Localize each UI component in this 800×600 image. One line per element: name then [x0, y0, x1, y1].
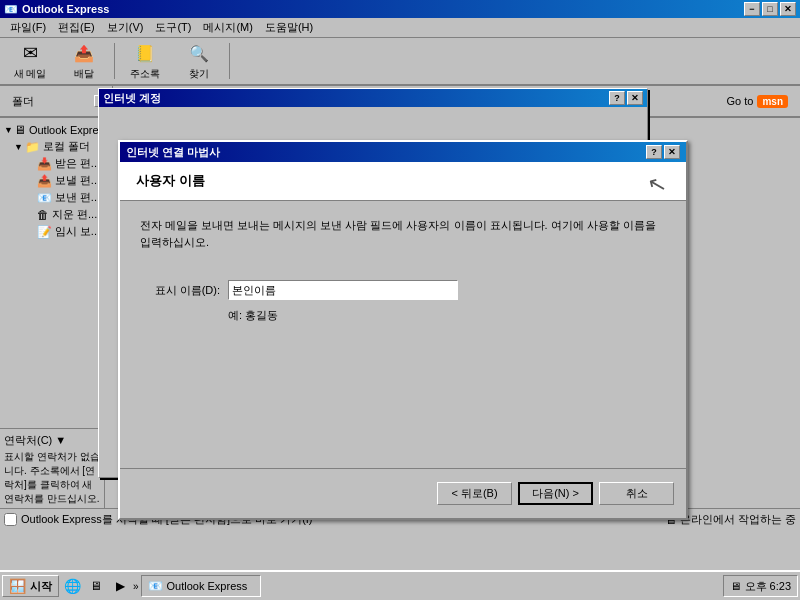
internet-account-close-btn[interactable]: ✕ [627, 91, 643, 105]
wizard-help-btn[interactable]: ? [646, 145, 662, 159]
wizard-header-title: 사용자 이름 [136, 172, 670, 190]
wizard-title: 인터넷 연결 마법사 [126, 145, 220, 160]
tree-item-draft[interactable]: 📝 임시 보... [2, 223, 102, 240]
tree-item-root[interactable]: ▼ 🖥 Outlook Expre... [2, 122, 102, 138]
start-button[interactable]: 🪟 시작 [2, 575, 59, 597]
goto-section: Go to msn [727, 95, 788, 108]
form-row: 표시 이름(D): [140, 280, 666, 300]
sidebar: ▼ 🖥 Outlook Expre... ▼ 📁 로컬 폴더 📥 받은 편... [0, 118, 105, 508]
menu-tools[interactable]: 도구(T) [149, 18, 197, 37]
contacts-description: 표시할 연락처가 없습니다. 주소록에서 [연락처]를 클릭하여 새 연락처를 … [4, 450, 100, 506]
toolbar: ✉ 새 메일 📤 배달 📒 주소록 🔍 찾기 [0, 38, 800, 86]
app-label: Outlook Express [167, 580, 248, 592]
tree-item-outgoing[interactable]: 📤 보낼 편... [2, 172, 102, 189]
tree-item-local[interactable]: ▼ 📁 로컬 폴더 [2, 138, 102, 155]
taskbar-tray: 🖥 오후 6:23 [723, 575, 798, 597]
tree-item-sent[interactable]: 📧 보낸 편... [2, 189, 102, 206]
contacts-area: 연락처(C) ▼ 표시할 연락처가 없습니다. 주소록에서 [연락처]를 클릭하… [0, 428, 104, 508]
wizard-body: 사용자 이름 ↖ 전자 메일을 보내면 보내는 메시지의 보낸 사람 필드에 사… [120, 162, 686, 518]
close-btn[interactable]: ✕ [780, 2, 796, 16]
expand-icon-local: ▼ [14, 142, 24, 152]
find-label: 찾기 [189, 67, 209, 81]
outgoing-label: 보낼 편... [55, 173, 100, 188]
online-label: 온라인에서 작업하는 중 [680, 512, 796, 527]
start-icon: 🪟 [9, 578, 26, 594]
menu-edit[interactable]: 편집(E) [52, 18, 101, 37]
tree-area: ▼ 🖥 Outlook Expre... ▼ 📁 로컬 폴더 📥 받은 편... [0, 118, 104, 428]
goto-label: Go to [727, 95, 754, 107]
maximize-btn[interactable]: □ [762, 2, 778, 16]
new-mail-icon: ✉ [18, 41, 42, 65]
msn-btn[interactable]: msn [757, 95, 788, 108]
network-icon: 🖥 [730, 580, 741, 592]
menu-view[interactable]: 보기(V) [101, 18, 150, 37]
cancel-btn[interactable]: 취소 [599, 482, 674, 505]
internet-account-titlebar: 인터넷 계정 ? ✕ [99, 89, 647, 107]
quick-launch-ie[interactable]: 🌐 [61, 575, 83, 597]
menu-file[interactable]: 파일(F) [4, 18, 52, 37]
internet-account-title: 인터넷 계정 [103, 91, 161, 106]
addressbook-label: 주소록 [130, 67, 160, 81]
taskbar: 🪟 시작 🌐 🖥 ▶ » 📧 Outlook Express 🖥 오후 6:23 [0, 570, 800, 600]
window-title: Outlook Express [22, 3, 109, 15]
deleted-label: 지운 편... [52, 207, 97, 222]
menu-message[interactable]: 메시지(M) [197, 18, 259, 37]
new-mail-label: 새 메일 [14, 67, 47, 81]
draft-label: 임시 보... [55, 224, 100, 239]
reply-label: 배달 [74, 67, 94, 81]
root-label: Outlook Expre... [29, 124, 104, 136]
internet-account-help-btn[interactable]: ? [609, 91, 625, 105]
menu-bar: 파일(F) 편집(E) 보기(V) 도구(T) 메시지(M) 도움말(H) [0, 18, 800, 38]
title-bar: 📧 Outlook Express − □ ✕ [0, 0, 800, 18]
draft-icon: 📝 [37, 225, 52, 239]
wizard-description: 전자 메일을 보내면 보내는 메시지의 보낸 사람 필드에 사용자의 이름이 표… [140, 217, 666, 250]
find-icon: 🔍 [187, 41, 211, 65]
form-example: 예: 홍길동 [228, 308, 666, 323]
outgoing-icon: 📤 [37, 174, 52, 188]
menu-help[interactable]: 도움말(H) [259, 18, 319, 37]
main-window: 📧 Outlook Express − □ ✕ 파일(F) 편집(E) 보기(V… [0, 0, 800, 600]
inbox-label: 받은 편... [55, 156, 100, 171]
startup-checkbox-input[interactable] [4, 513, 17, 526]
form-label: 표시 이름(D): [140, 283, 220, 298]
toolbar-separator-2 [229, 43, 230, 79]
deleted-icon: 🗑 [37, 208, 49, 222]
quick-launch-media[interactable]: ▶ [109, 575, 131, 597]
quick-launch-arrow[interactable]: » [133, 581, 139, 592]
find-btn[interactable]: 🔍 찾기 [173, 39, 225, 83]
next-btn[interactable]: 다음(N) > [518, 482, 593, 505]
local-label: 로컬 폴더 [43, 139, 90, 154]
minimize-btn[interactable]: − [744, 2, 760, 16]
wizard-dialog: 인터넷 연결 마법사 ? ✕ 사용자 이름 ↖ 전자 메일을 보내면 보내는 메… [118, 140, 688, 520]
wizard-content: 전자 메일을 보내면 보내는 메시지의 보낸 사람 필드에 사용자의 이름이 표… [120, 201, 686, 468]
contacts-header[interactable]: 연락처(C) ▼ [4, 433, 100, 448]
root-icon: 🖥 [14, 123, 26, 137]
title-icon: 📧 [4, 2, 18, 16]
sent-label: 보낸 편... [55, 190, 100, 205]
toolbar-separator-1 [114, 43, 115, 79]
clock: 오후 6:23 [745, 579, 791, 594]
wizard-titlebar: 인터넷 연결 마법사 ? ✕ [120, 142, 686, 162]
back-btn[interactable]: < 뒤로(B) [437, 482, 512, 505]
folder-label: 폴더 [12, 94, 34, 109]
expand-icon-root: ▼ [4, 125, 13, 135]
addressbook-icon: 📒 [133, 41, 157, 65]
tree-item-deleted[interactable]: 🗑 지운 편... [2, 206, 102, 223]
sent-icon: 📧 [37, 191, 52, 205]
wizard-footer: < 뒤로(B) 다음(N) > 취소 [120, 468, 686, 518]
tree-item-inbox[interactable]: 📥 받은 편... [2, 155, 102, 172]
reply-icon: 📤 [72, 41, 96, 65]
inbox-icon: 📥 [37, 157, 52, 171]
app-icon: 📧 [148, 579, 163, 593]
local-icon: 📁 [25, 140, 40, 154]
addressbook-btn[interactable]: 📒 주소록 [119, 39, 171, 83]
start-label: 시작 [30, 579, 52, 594]
quick-launch-desktop[interactable]: 🖥 [85, 575, 107, 597]
wizard-header: 사용자 이름 ↖ [120, 162, 686, 201]
active-app-btn[interactable]: 📧 Outlook Express [141, 575, 261, 597]
reply-btn[interactable]: 📤 배달 [58, 39, 110, 83]
wizard-close-btn[interactable]: ✕ [664, 145, 680, 159]
new-mail-btn[interactable]: ✉ 새 메일 [4, 39, 56, 83]
display-name-input[interactable] [228, 280, 458, 300]
